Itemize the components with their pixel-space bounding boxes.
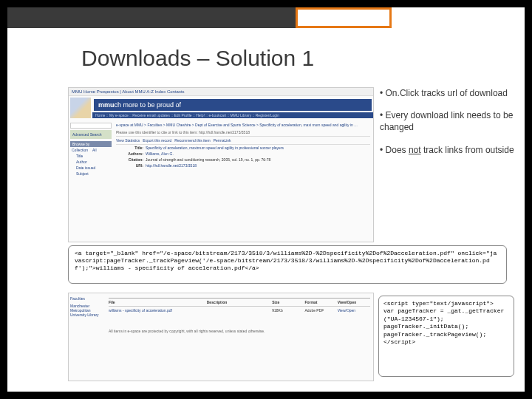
banner-prefix: mmu — [98, 101, 115, 109]
th-size: Size — [272, 300, 304, 304]
ss-toolbar: View Statistics Export this record Recom… — [116, 136, 370, 145]
tab-all: All — [92, 148, 97, 152]
tool-recommend: Recommend this item — [174, 138, 210, 143]
ss-main: e-space at MMU > Faculties > MMU Cheshir… — [113, 120, 373, 178]
td-format: Adobe PDF — [305, 308, 338, 313]
bullet-1: • On.Click tracks url of download — [380, 87, 516, 99]
slide: Downloads – Solution 1 MMU Home Prospect… — [7, 7, 525, 392]
td-size: 918Kb — [272, 308, 304, 313]
bullet-3-underlined: not — [409, 145, 421, 155]
th-file: File — [109, 300, 207, 304]
repository-screenshot-2: Faculties Manchester Metropolitan Univer… — [68, 293, 374, 381]
bullet-list: • On.Click tracks url of download • Ever… — [380, 87, 516, 166]
code-snippet-tracker: <script type="text/javascript"> var page… — [378, 296, 514, 377]
slide-title: Downloads – Solution 1 — [81, 46, 314, 71]
url-line: Please use this identifier to cite or li… — [116, 129, 370, 136]
th-desc: Description — [207, 300, 273, 304]
tree-author: Author — [70, 159, 112, 165]
tab-collection: Collection — [72, 148, 88, 152]
meta-citation-label: Citation: — [116, 157, 146, 162]
tool-stats: View Statistics — [116, 138, 140, 143]
browse-header: Browse by — [70, 141, 112, 147]
ss-sidebar: Advanced Search Browse by Collection All… — [69, 120, 113, 178]
accent-bar-dark — [7, 7, 296, 28]
tool-export: Export this record — [143, 138, 171, 143]
file-table-row: williams - specificity of acceleration.p… — [109, 307, 370, 314]
bullet-2: • Every download link needs to be change… — [380, 109, 516, 133]
tool-permalink: PermaLink — [214, 138, 231, 143]
breadcrumb: e-space at MMU > Faculties > MMU Cheshir… — [116, 121, 370, 129]
ss2-sidebar: Faculties Manchester Metropolitan Univer… — [69, 293, 106, 381]
url-label: Please use this identifier to cite or li… — [116, 130, 198, 134]
search-input-mock — [70, 123, 112, 129]
ss2-side-2: Manchester Metropolitan University Libra… — [70, 302, 104, 318]
meta-uri-label: URI: — [116, 163, 146, 168]
bullet-1-text-b: tracks url of download — [421, 88, 508, 98]
bullet-3: • Does not track links from outside — [380, 144, 516, 156]
bullet-1-text-a: • On.Click — [380, 88, 421, 98]
tree-subject: Subject — [70, 171, 112, 177]
ss2-main: File Description Size Format View/Open w… — [106, 293, 373, 381]
meta-uri-val: http://hdl.handle.net/2173/3518 — [146, 163, 370, 168]
bullet-3-a: • Does — [380, 145, 409, 155]
file-table-header: File Description Size Format View/Open — [109, 299, 370, 307]
url-value: http://hdl.handle.net/2173/3518 — [199, 130, 250, 134]
bullet-3-b: track links from outside — [421, 145, 514, 155]
ss2-side-1: Faculties — [70, 295, 104, 302]
banner-rest: ch more to be proud of — [115, 101, 182, 109]
th-view: View/Open — [338, 300, 370, 304]
td-view: View/Open — [338, 308, 370, 313]
browse-tabs: Collection All — [70, 147, 112, 153]
meta-title-val: Specificity of acceleration, maximum spe… — [146, 146, 370, 150]
repository-screenshot: MMU Home Prospectus | About MMU A-Z Inde… — [68, 87, 374, 242]
mmu-logo — [70, 98, 91, 118]
code-snippet-anchor: <a target="_blank" href="/e-space/bitstr… — [68, 245, 507, 284]
meta-citation-val: Journal of strength and conditioning res… — [146, 157, 370, 162]
th-format: Format — [305, 300, 338, 304]
ss-banner: mmu ch more to be proud of — [94, 99, 372, 111]
tree-date: Date issued — [70, 165, 112, 171]
ss2-footer: All items in e-space are protected by co… — [109, 329, 370, 333]
ss-subnav: Home :: My e-space :: Receive email upda… — [92, 112, 373, 118]
meta-authors-val: Williams, Alun G. — [146, 151, 370, 156]
ss-top-nav: MMU Home Prospectus | About MMU A-Z Inde… — [69, 88, 373, 96]
meta-title-label: Title: — [116, 146, 146, 150]
meta-authors-label: Authors: — [116, 151, 146, 156]
td-file: williams - specificity of acceleration.p… — [109, 308, 207, 313]
advanced-search: Advanced Search — [70, 130, 112, 139]
td-desc — [207, 308, 273, 313]
tree-title: Title — [70, 153, 112, 159]
file-table: File Description Size Format View/Open w… — [109, 298, 370, 314]
accent-bar-orange — [296, 7, 392, 28]
